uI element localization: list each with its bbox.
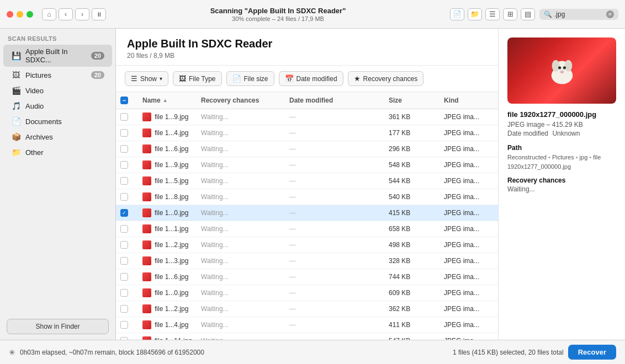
forward-button[interactable]: › <box>75 8 89 20</box>
col-kind[interactable]: Kind <box>439 94 498 106</box>
sort-arrow: ▲ <box>163 98 168 103</box>
row-checkbox-cell[interactable] <box>116 287 138 299</box>
back-button[interactable]: ‹ <box>59 8 73 20</box>
sidebar-item-other-label: Other <box>25 148 104 157</box>
row-checkbox-cell[interactable] <box>116 175 138 187</box>
table-row[interactable]: file 1...9.jpg Waiting... — 361 KB JPEG … <box>116 109 498 125</box>
row-checkbox[interactable] <box>120 225 128 233</box>
pause-button[interactable]: ⏸ <box>92 8 106 20</box>
search-bar[interactable]: 🔍 ✕ <box>539 9 618 20</box>
row-checkbox[interactable] <box>120 241 128 249</box>
row-checkbox-cell[interactable] <box>116 223 138 235</box>
row-checkbox-cell[interactable] <box>116 239 138 251</box>
table-row[interactable]: file 1...5.jpg Waiting... — 544 KB JPEG … <box>116 173 498 189</box>
col-date-modified[interactable]: Date modified <box>285 94 384 106</box>
search-input[interactable] <box>554 10 604 18</box>
table-row[interactable]: file 1...0.jpg Waiting... — 609 KB JPEG … <box>116 285 498 301</box>
sidebar-item-video[interactable]: 🎬 Video <box>3 83 112 98</box>
table-row[interactable]: file 1...4.jpg Waiting... — 177 KB JPEG … <box>116 125 498 141</box>
row-kind: JPEG ima... <box>439 223 498 235</box>
row-checkbox-cell[interactable] <box>116 111 138 123</box>
row-checkbox[interactable] <box>120 305 128 313</box>
date-modified-filter-button[interactable]: 📅 Date modified <box>279 71 343 86</box>
table-row[interactable]: file 1...4.jpg Waiting... — 411 KB JPEG … <box>116 317 498 333</box>
row-checkbox-cell[interactable] <box>116 271 138 283</box>
row-size: 544 KB <box>384 175 439 187</box>
row-checkbox[interactable] <box>120 113 128 121</box>
show-filter-label: Show <box>140 75 157 83</box>
preview-dog-svg <box>543 51 581 90</box>
sidebar-item-other[interactable]: 📁 Other <box>3 145 112 159</box>
row-name-cell: file 1...11.jpg <box>138 334 197 340</box>
home-button[interactable]: ⌂ <box>42 8 56 20</box>
row-checkbox[interactable] <box>120 321 128 329</box>
other-icon: 📁 <box>11 148 21 157</box>
table-row[interactable]: file 1...0.jpg Waiting... — 415 KB JPEG … <box>116 205 498 221</box>
col-checkbox[interactable] <box>116 94 138 106</box>
row-checkbox[interactable] <box>120 209 128 217</box>
row-checkbox[interactable] <box>120 145 128 153</box>
row-checkbox[interactable] <box>120 177 128 185</box>
table-row[interactable]: file 1...9.jpg Waiting... — 548 KB JPEG … <box>116 157 498 173</box>
row-checkbox[interactable] <box>120 257 128 265</box>
show-filter-button[interactable]: ☰ Show ▾ <box>125 71 168 86</box>
col-name[interactable]: Name ▲ <box>138 94 197 106</box>
close-button[interactable] <box>7 11 13 18</box>
recover-button[interactable]: Recover <box>568 345 616 360</box>
row-checkbox-cell[interactable] <box>116 303 138 315</box>
scan-title: Scanning "Apple Built In SDXC Reader" <box>110 7 446 15</box>
table-row[interactable]: file 1...3.jpg Waiting... — 328 KB JPEG … <box>116 253 498 269</box>
recovery-chances-filter-button[interactable]: ★ Recovery chances <box>348 71 424 86</box>
file-thumbnail <box>142 224 151 233</box>
list-icon-btn[interactable]: ☰ <box>485 8 500 20</box>
table-row[interactable]: file 1...1.jpg Waiting... — 658 KB JPEG … <box>116 221 498 237</box>
row-checkbox-cell[interactable] <box>116 335 138 340</box>
search-clear-button[interactable]: ✕ <box>606 10 614 18</box>
row-checkbox[interactable] <box>120 289 128 297</box>
row-name-cell: file 1...3.jpg <box>138 254 197 267</box>
row-checkbox-cell[interactable] <box>116 255 138 267</box>
file-thumbnail <box>142 320 151 329</box>
table-row[interactable]: file 1...2.jpg Waiting... — 498 KB JPEG … <box>116 237 498 253</box>
file-icon-btn[interactable]: 📄 <box>450 8 464 20</box>
row-kind: JPEG ima... <box>439 207 498 219</box>
panel-icon-btn[interactable]: ▤ <box>521 8 535 20</box>
file-type-icon: 🖼 <box>179 74 186 83</box>
row-checkbox[interactable] <box>120 273 128 281</box>
table-row[interactable]: file 1...6.jpg Waiting... — 744 KB JPEG … <box>116 269 498 285</box>
row-checkbox[interactable] <box>120 161 128 169</box>
row-recovery: Waiting... <box>197 159 285 171</box>
grid-icon-btn[interactable]: ⊞ <box>503 8 517 20</box>
file-type-filter-button[interactable]: 🖼 File Type <box>173 71 221 86</box>
row-size: 540 KB <box>384 191 439 203</box>
header-checkbox[interactable] <box>120 97 128 104</box>
minimize-button[interactable] <box>17 11 23 18</box>
col-recovery-chances[interactable]: Recovery chances <box>197 94 285 106</box>
sidebar-item-documents[interactable]: 📄 Documents <box>3 114 112 129</box>
row-checkbox-cell[interactable] <box>116 127 138 139</box>
col-size[interactable]: Size <box>384 94 439 106</box>
row-checkbox-cell[interactable] <box>116 159 138 171</box>
table-row[interactable]: file 1...6.jpg Waiting... — 296 KB JPEG … <box>116 141 498 157</box>
table-row[interactable]: file 1...8.jpg Waiting... — 540 KB JPEG … <box>116 189 498 205</box>
table-body: file 1...9.jpg Waiting... — 361 KB JPEG … <box>116 109 498 340</box>
row-checkbox-cell[interactable] <box>116 191 138 203</box>
row-filename: file 1...2.jpg <box>155 305 188 313</box>
row-checkbox-cell[interactable] <box>116 143 138 155</box>
show-in-finder-button[interactable]: Show in Finder <box>7 319 109 334</box>
row-checkbox[interactable] <box>120 193 128 201</box>
sidebar-item-pictures[interactable]: 🖼 Pictures 20 <box>3 68 112 82</box>
table-row[interactable]: file 1...11.jpg Waiting... — 547 KB JPEG… <box>116 333 498 340</box>
row-checkbox-cell[interactable] <box>116 319 138 331</box>
row-checkbox-cell[interactable] <box>116 207 138 219</box>
folder-icon-btn[interactable]: 📁 <box>468 8 482 20</box>
sidebar-item-archives[interactable]: 📦 Archives <box>3 130 112 144</box>
row-filename: file 1...6.jpg <box>155 145 188 153</box>
bottom-bar: ✳ 0h03m elapsed, ~0h07m remain, block 18… <box>0 340 625 364</box>
sidebar-item-audio[interactable]: 🎵 Audio <box>3 99 112 113</box>
maximize-button[interactable] <box>27 11 33 18</box>
row-checkbox[interactable] <box>120 129 128 137</box>
file-size-filter-button[interactable]: 📄 File size <box>226 71 274 86</box>
sidebar-item-apple-sdxc[interactable]: 💾 Apple Built In SDXC... 20 <box>3 45 112 67</box>
table-row[interactable]: file 1...2.jpg Waiting... — 362 KB JPEG … <box>116 301 498 317</box>
